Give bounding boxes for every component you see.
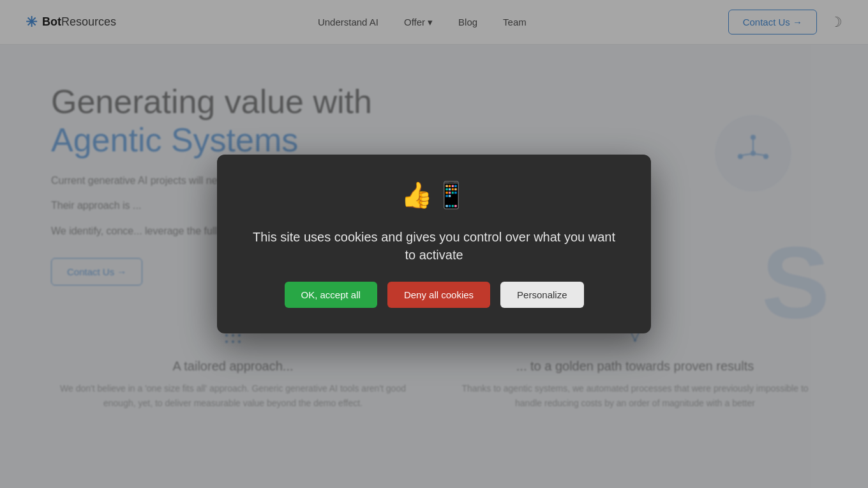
- cookie-modal: 👍 📱 This site uses cookies and gives you…: [217, 155, 651, 333]
- accept-all-button[interactable]: OK, accept all: [285, 282, 377, 308]
- cookie-message: This site uses cookies and gives you con…: [249, 228, 619, 264]
- deny-all-button[interactable]: Deny all cookies: [387, 282, 490, 308]
- phone-icon: 📱: [435, 180, 467, 210]
- thumbs-up-icon: 👍: [401, 180, 433, 210]
- cookie-buttons: OK, accept all Deny all cookies Personal…: [285, 282, 584, 308]
- personalize-button[interactable]: Personalize: [500, 282, 583, 308]
- cookie-icon: 👍 📱: [401, 180, 467, 210]
- cookie-overlay: 👍 📱 This site uses cookies and gives you…: [0, 0, 868, 488]
